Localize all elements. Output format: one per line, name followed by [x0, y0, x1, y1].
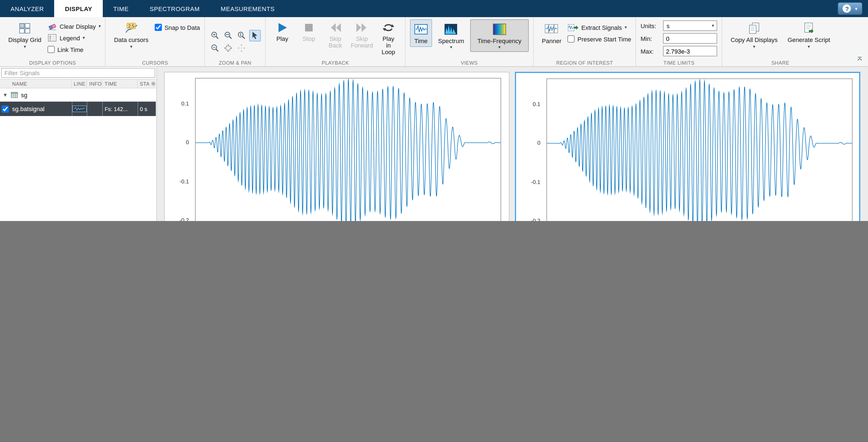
display-1[interactable]: 0.10-0.1-0.2 00.20.40.60.81.01.21.41.61.… — [164, 72, 509, 221]
pan-icon — [237, 44, 246, 53]
signal-analyzer-window: ANALYZER DISPLAY TIME SPECTROGRAM MEASUR… — [0, 0, 868, 221]
time-plot-y-ticks: 0.10-0.1-0.2 — [165, 78, 192, 221]
zoom-out-button[interactable] — [209, 42, 221, 54]
fit-to-view-icon — [224, 44, 233, 53]
link-time-checkbox[interactable] — [48, 46, 55, 53]
play-icon — [276, 22, 288, 34]
zoom-y-button[interactable] — [236, 30, 248, 41]
signal-group-row[interactable]: ▼ sg — [0, 89, 156, 102]
group-views: Time Spectrum ▾ Time-Frequency ▾ VIEWS — [406, 17, 534, 66]
chevron-down-icon: ▾ — [24, 45, 26, 49]
time-frequency-view-icon — [492, 22, 507, 36]
time-frequency-view-button[interactable]: Time-Frequency ▾ — [470, 19, 528, 52]
chevron-down-icon: ▾ — [712, 24, 714, 28]
zoom-out-icon — [211, 44, 220, 53]
pan-button[interactable] — [236, 42, 248, 54]
zoom-in-icon — [211, 31, 220, 40]
link-time-checkbox-row: Link Time — [48, 44, 101, 55]
y-tick-label: -0.1 — [531, 179, 540, 185]
tab-spectrogram[interactable]: SPECTROGRAM — [139, 0, 210, 17]
time-view-button[interactable]: Time — [410, 19, 432, 47]
pointer-button[interactable] — [249, 30, 261, 41]
tab-analyzer[interactable]: ANALYZER — [0, 0, 55, 17]
panner-icon — [545, 22, 559, 36]
chevron-down-icon: ▾ — [855, 6, 858, 11]
column-settings-icon[interactable] — [151, 81, 156, 87]
play-button[interactable]: Play — [270, 19, 294, 44]
pointer-icon — [251, 31, 259, 40]
expand-caret-icon[interactable]: ▼ — [3, 92, 8, 98]
units-select[interactable]: s ▾ — [663, 21, 717, 31]
group-share: Copy All Displays ▾ Generate Script ▾ SH… — [722, 17, 838, 66]
collapse-ribbon-icon — [856, 55, 864, 63]
zoom-x-button[interactable] — [223, 30, 234, 41]
extract-signals-button[interactable]: Extract Signals ▾ — [567, 22, 631, 33]
help-button[interactable]: ? ▾ — [838, 2, 863, 15]
time-waveform-canvas[interactable] — [547, 79, 852, 221]
skip-back-icon — [329, 22, 342, 34]
collapse-ribbon-button[interactable] — [856, 55, 864, 63]
loop-icon — [382, 22, 395, 34]
clear-display-button[interactable]: Clear Display ▾ — [48, 21, 101, 32]
y-tick-label: 0.1 — [533, 101, 540, 107]
time-waveform-canvas[interactable] — [195, 78, 501, 221]
snap-to-data-row: Snap to Data — [154, 22, 200, 33]
signal-visible-checkbox[interactable] — [2, 105, 9, 113]
tab-measurements[interactable]: MEASUREMENTS — [210, 0, 285, 17]
preserve-start-time-checkbox[interactable] — [567, 35, 575, 42]
signal-row-batsignal[interactable]: sg.batsignal Fs: 142... 0 s — [0, 102, 156, 116]
signal-table-panel: NAME LINE INFO TIME STA ▼ sg sg.batsigna… — [0, 67, 157, 221]
group-display-options: Display Grid ▾ Clear Display ▾ Legend ▾ … — [0, 17, 106, 66]
min-time-input[interactable] — [663, 33, 717, 44]
skip-forward-icon — [355, 22, 369, 34]
timetable-icon — [10, 91, 18, 99]
copy-icon — [748, 22, 761, 35]
legend-button[interactable]: Legend ▾ — [48, 32, 101, 44]
toolstrip-tab-bar: ANALYZER DISPLAY TIME SPECTROGRAM MEASUR… — [0, 0, 868, 17]
panner-button[interactable]: Panner — [538, 19, 565, 46]
chevron-down-icon: ▾ — [498, 45, 501, 49]
stop-button[interactable]: Stop — [297, 19, 321, 44]
display-area: 0.10-0.1-0.2 00.20.40.60.81.01.21.41.61.… — [157, 67, 868, 221]
snap-to-data-checkbox[interactable] — [154, 24, 162, 31]
signal-info-cell[interactable] — [87, 102, 102, 116]
y-tick-label: 0.1 — [181, 100, 189, 107]
play-in-loop-button[interactable]: Play in Loop — [376, 19, 401, 58]
copy-all-displays-button[interactable]: Copy All Displays ▾ — [727, 19, 781, 51]
group-cursors: Data cursors ▾ Snap to Data CURSORS — [106, 17, 205, 66]
preserve-start-time-row: Preserve Start Time — [567, 33, 631, 45]
chevron-down-icon: ▾ — [450, 45, 452, 49]
data-cursors-button[interactable]: Data cursors ▾ — [110, 19, 153, 51]
line-style-icon — [74, 107, 85, 111]
max-time-input[interactable] — [663, 46, 717, 56]
y-tick-label: -0.1 — [180, 179, 189, 185]
display-grid-icon — [18, 22, 31, 35]
script-icon — [802, 22, 815, 35]
skip-back-button[interactable]: Skip Back — [323, 19, 347, 51]
legend-icon — [48, 33, 57, 42]
chevron-down-icon: ▾ — [99, 24, 101, 28]
skip-forward-button[interactable]: Skip Forward — [350, 19, 374, 51]
group-playback: Play Stop Skip Back Skip Forward Play in… — [266, 17, 406, 66]
signal-line-style[interactable] — [71, 102, 87, 116]
time-view-icon — [414, 22, 428, 36]
zoom-in-button[interactable] — [209, 30, 221, 41]
fit-to-view-button[interactable] — [223, 42, 234, 54]
extract-signals-icon — [567, 22, 579, 33]
tab-display[interactable]: DISPLAY — [55, 0, 103, 17]
display-grid-button[interactable]: Display Grid ▾ — [4, 19, 45, 51]
y-tick-label: 0 — [537, 140, 540, 146]
help-icon: ? — [843, 4, 851, 13]
time-plot[interactable] — [195, 78, 501, 221]
zoom-x-icon — [224, 31, 233, 40]
tab-time[interactable]: TIME — [103, 0, 139, 17]
time-plot-y-ticks: 0.10-0.1-0.2 — [516, 79, 544, 221]
time-plot[interactable] — [547, 78, 852, 221]
chevron-down-icon: ▾ — [753, 45, 755, 49]
generate-script-button[interactable]: Generate Script ▾ — [784, 19, 834, 51]
display-2[interactable]: 0.10-0.1-0.2 00.20.40.60.81.01.21.41.61.… — [515, 72, 860, 221]
stop-icon — [303, 22, 315, 34]
filter-signals-input[interactable] — [1, 68, 155, 78]
group-time-limits: Units: s ▾ Min: Max: TIME LIMITS — [636, 17, 722, 66]
spectrum-view-button[interactable]: Spectrum ▾ — [434, 19, 468, 52]
